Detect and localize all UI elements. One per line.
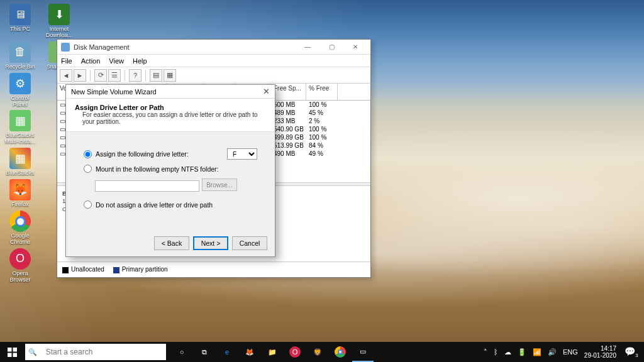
window-titlebar[interactable]: Disk Management — ▢ ✕ bbox=[57, 40, 370, 55]
desktop-icon-recycle-bin[interactable]: 🗑Recycle Bin bbox=[4, 41, 36, 70]
drive-letter-select[interactable]: F bbox=[227, 148, 257, 160]
taskbar-opera-icon[interactable]: O bbox=[284, 342, 306, 362]
close-button[interactable]: ✕ bbox=[344, 41, 367, 53]
taskbar-edge-icon[interactable]: e bbox=[216, 342, 238, 362]
window-title: Disk Management bbox=[74, 43, 130, 51]
taskbar-brave-icon[interactable]: 🦁 bbox=[307, 342, 328, 362]
menu-bar: File Action View Help bbox=[57, 55, 370, 67]
desktop-icon-idm[interactable]: ⬇Internet Downloa... bbox=[43, 4, 75, 39]
browse-button[interactable]: Browse... bbox=[202, 178, 237, 191]
desktop-icon-bluestacks-multi[interactable]: ▦BlueStacks Multi-Insta... bbox=[4, 110, 36, 145]
notification-icon[interactable]: 💬3 bbox=[623, 346, 640, 358]
start-button[interactable] bbox=[0, 342, 24, 362]
radio-mount-folder-input[interactable] bbox=[84, 165, 92, 173]
svg-rect-0 bbox=[8, 348, 12, 352]
back-button[interactable]: < Back bbox=[154, 236, 189, 250]
desktop-icon-bluestacks[interactable]: ▦BlueStacks bbox=[4, 148, 36, 177]
tray-battery-icon[interactable]: 🔋 bbox=[518, 348, 526, 356]
col-pctfree[interactable]: % Free bbox=[306, 84, 338, 100]
tray-bluetooth-icon[interactable]: ᛒ bbox=[494, 348, 498, 356]
taskbar-chrome-icon[interactable] bbox=[330, 342, 351, 362]
radio-mount-folder[interactable]: Mount in the following empty NTFS folder… bbox=[84, 165, 257, 173]
toolbar: ◄ ► ⟳ ☰ ? ▤ ▦ bbox=[57, 67, 370, 84]
desktop-icon-opera[interactable]: OOpera Browser bbox=[4, 248, 36, 283]
svg-rect-3 bbox=[13, 353, 17, 357]
disk-mgmt-icon bbox=[61, 43, 70, 52]
detail-icon[interactable]: ▦ bbox=[164, 69, 176, 82]
col-free[interactable]: Free Sp... bbox=[271, 84, 306, 100]
tray-lang[interactable]: ENG bbox=[563, 348, 578, 356]
task-view-icon[interactable]: ⧉ bbox=[194, 342, 215, 362]
desktop-icon-control-panel[interactable]: ⚙Control Panel bbox=[4, 73, 36, 108]
new-volume-wizard-dialog: New Simple Volume Wizard ✕ Assign Drive … bbox=[65, 84, 275, 257]
next-button[interactable]: Next > bbox=[193, 236, 228, 250]
list-icon[interactable]: ▤ bbox=[150, 69, 162, 82]
search-icon: 🔍 bbox=[25, 348, 41, 356]
cancel-button[interactable]: Cancel bbox=[232, 236, 267, 250]
tray-up-icon[interactable]: ˄ bbox=[484, 348, 487, 356]
forward-icon[interactable]: ► bbox=[74, 69, 86, 82]
tray-onedrive-icon[interactable]: ☁ bbox=[504, 348, 511, 356]
desktop-icon-this-pc[interactable]: 🖥This PC bbox=[4, 4, 36, 39]
minimize-button[interactable]: — bbox=[296, 41, 319, 53]
wizard-heading: Assign Drive Letter or Path bbox=[75, 104, 266, 111]
help-icon[interactable]: ? bbox=[129, 69, 142, 82]
maximize-button[interactable]: ▢ bbox=[320, 41, 343, 53]
refresh-icon[interactable]: ⟳ bbox=[94, 69, 107, 82]
radio-no-letter-input[interactable] bbox=[84, 200, 92, 209]
close-icon[interactable]: ✕ bbox=[263, 87, 270, 96]
menu-view[interactable]: View bbox=[109, 57, 124, 65]
menu-action[interactable]: Action bbox=[81, 57, 101, 65]
back-icon[interactable]: ◄ bbox=[60, 69, 72, 82]
menu-help[interactable]: Help bbox=[133, 57, 147, 65]
ntfs-folder-input[interactable] bbox=[95, 180, 199, 192]
svg-rect-1 bbox=[13, 348, 17, 352]
radio-no-letter[interactable]: Do not assign a drive letter or drive pa… bbox=[84, 200, 257, 209]
desktop-icon-firefox[interactable]: 🦊Firefox bbox=[4, 179, 36, 208]
svg-rect-2 bbox=[8, 353, 12, 357]
tray-clock[interactable]: 14:17 29-01-2020 bbox=[584, 345, 616, 359]
tray-wifi-icon[interactable]: 📶 bbox=[533, 348, 541, 356]
wizard-subheading: For easier access, you can assign a driv… bbox=[75, 111, 266, 125]
taskbar: 🔍 ○ ⧉ e 🦊 📁 O 🦁 ▭ ˄ ᛒ ☁ 🔋 📶 🔊 ENG 14:17 … bbox=[0, 342, 644, 362]
dialog-titlebar[interactable]: New Simple Volume Wizard ✕ bbox=[66, 85, 275, 99]
taskbar-diskmgmt-icon[interactable]: ▭ bbox=[352, 342, 374, 362]
taskbar-firefox-icon[interactable]: 🦊 bbox=[239, 342, 260, 362]
legend: Unallocated Primary partition bbox=[57, 261, 370, 277]
radio-assign-letter-input[interactable] bbox=[84, 150, 92, 158]
desktop-icon-chrome[interactable]: Google Chrome bbox=[4, 211, 36, 246]
search-box[interactable]: 🔍 bbox=[25, 344, 166, 360]
menu-file[interactable]: File bbox=[61, 57, 72, 65]
radio-assign-letter[interactable]: Assign the following drive letter: F bbox=[84, 148, 257, 160]
cortana-icon[interactable]: ○ bbox=[171, 342, 192, 362]
properties-icon[interactable]: ☰ bbox=[108, 69, 121, 82]
search-input[interactable] bbox=[41, 348, 166, 356]
dialog-title: New Simple Volume Wizard bbox=[71, 88, 157, 96]
tray-volume-icon[interactable]: 🔊 bbox=[548, 348, 557, 356]
taskbar-explorer-icon[interactable]: 📁 bbox=[262, 342, 283, 362]
